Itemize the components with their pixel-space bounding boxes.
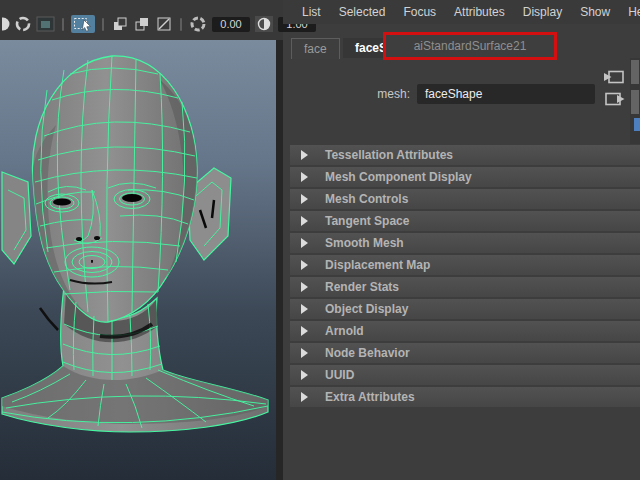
section-uuid[interactable]: UUID bbox=[290, 365, 640, 385]
select-tool-active-icon[interactable] bbox=[71, 15, 95, 33]
maya-window: 0.00 1.00 bbox=[0, 0, 640, 480]
overlap-squares-back-icon[interactable] bbox=[111, 15, 129, 33]
annotation-red-box: aiStandardSurface21 bbox=[383, 32, 557, 60]
expand-arrow-icon bbox=[301, 392, 308, 402]
menu-item-help[interactable]: Help bbox=[619, 5, 640, 19]
vertical-scrollbar[interactable] bbox=[630, 58, 640, 144]
section-arnold[interactable]: Arnold bbox=[290, 321, 640, 341]
attribute-editor-menubar: List Selected Focus Attributes Display S… bbox=[283, 0, 640, 24]
toolbar-separator bbox=[62, 18, 64, 31]
menu-item-show[interactable]: Show bbox=[571, 5, 619, 19]
ring-icon[interactable] bbox=[14, 15, 32, 33]
tab-aistandardsurface21[interactable]: aiStandardSurface21 bbox=[414, 39, 527, 53]
tab-face[interactable]: face bbox=[291, 38, 340, 59]
section-node-behavior[interactable]: Node Behavior bbox=[290, 343, 640, 363]
expand-arrow-icon bbox=[301, 326, 308, 336]
menu-item-focus[interactable]: Focus bbox=[394, 5, 445, 19]
head-model-wireframe bbox=[0, 40, 276, 480]
expand-arrow-icon bbox=[301, 172, 308, 182]
copy-tab-icon[interactable] bbox=[602, 90, 628, 108]
menu-item-display[interactable]: Display bbox=[514, 5, 571, 19]
expand-arrow-icon bbox=[301, 238, 308, 248]
expand-arrow-icon bbox=[301, 150, 308, 160]
scrollbar-marker bbox=[634, 118, 640, 131]
expand-arrow-icon bbox=[301, 194, 308, 204]
panel-divider[interactable] bbox=[276, 40, 283, 480]
scrollbar-thumb[interactable] bbox=[631, 60, 639, 84]
aperture-icon[interactable] bbox=[189, 15, 207, 33]
section-smooth-mesh[interactable]: Smooth Mesh bbox=[290, 233, 640, 253]
mesh-name-field[interactable]: faceShape bbox=[417, 84, 595, 104]
attribute-editor-tabbar: face faceShape aiStandardSurface21 bbox=[283, 26, 640, 66]
section-mesh-component-display[interactable]: Mesh Component Display bbox=[290, 167, 640, 187]
menu-item-attributes[interactable]: Attributes bbox=[445, 5, 514, 19]
toolbar-separator bbox=[180, 18, 182, 31]
section-render-stats[interactable]: Render Stats bbox=[290, 277, 640, 297]
toolbar-separator bbox=[102, 18, 104, 31]
section-displacement-map[interactable]: Displacement Map bbox=[290, 255, 640, 275]
expand-arrow-icon bbox=[301, 282, 308, 292]
expand-arrow-icon bbox=[301, 348, 308, 358]
section-tangent-space[interactable]: Tangent Space bbox=[290, 211, 640, 231]
overlap-squares-front-icon[interactable] bbox=[133, 15, 151, 33]
contrast-icon[interactable] bbox=[255, 15, 273, 33]
section-extra-attributes[interactable]: Extra Attributes bbox=[290, 387, 640, 407]
highlight-square-button-icon[interactable] bbox=[36, 15, 55, 33]
mesh-label: mesh: bbox=[368, 87, 417, 101]
attribute-sections: Tessellation Attributes Mesh Component D… bbox=[290, 145, 640, 409]
mesh-field-row: mesh: faceShape bbox=[368, 84, 595, 104]
section-mesh-controls[interactable]: Mesh Controls bbox=[290, 189, 640, 209]
expand-arrow-icon bbox=[301, 304, 308, 314]
3d-viewport[interactable] bbox=[0, 40, 276, 480]
clipped-circle-icon[interactable] bbox=[2, 15, 10, 33]
falloff-value-field[interactable]: 0.00 bbox=[212, 17, 250, 32]
scrollbar-thumb[interactable] bbox=[631, 90, 639, 114]
menu-item-selected[interactable]: Selected bbox=[330, 5, 395, 19]
menu-item-list[interactable]: List bbox=[293, 5, 330, 19]
status-line-toolbar: 0.00 1.00 bbox=[0, 0, 283, 40]
section-object-display[interactable]: Object Display bbox=[290, 299, 640, 319]
expand-arrow-icon bbox=[301, 216, 308, 226]
section-tessellation-attributes[interactable]: Tessellation Attributes bbox=[290, 145, 640, 165]
load-attributes-icon[interactable] bbox=[602, 68, 628, 86]
expand-arrow-icon bbox=[301, 260, 308, 270]
expand-arrow-icon bbox=[301, 370, 308, 380]
square-diagonal-icon[interactable] bbox=[155, 15, 173, 33]
